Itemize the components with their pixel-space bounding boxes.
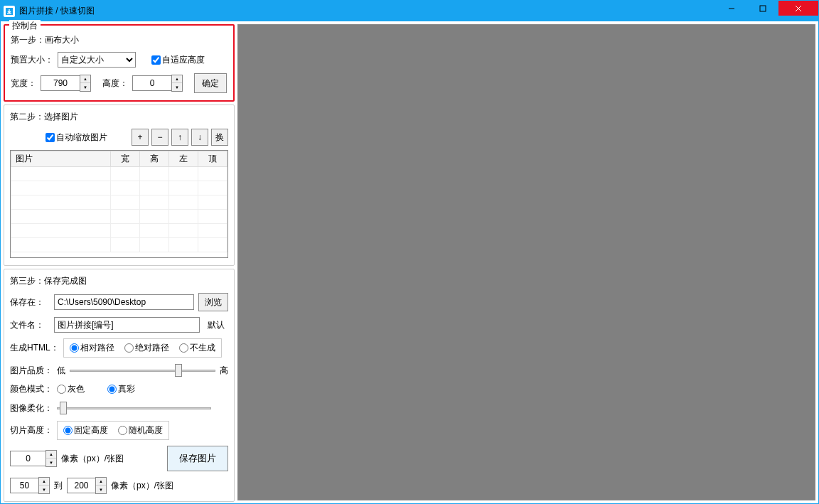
table-row: [11, 167, 228, 181]
fixed-up[interactable]: ▲: [46, 451, 56, 459]
remove-button[interactable]: −: [151, 129, 168, 146]
panel-title: 控制台: [9, 20, 41, 32]
default-label[interactable]: 默认: [204, 319, 228, 331]
titlebar: 图片拼接 / 快速切图: [1, 1, 818, 21]
adaptive-height-input[interactable]: [151, 55, 161, 65]
window-title: 图片拼接 / 快速切图: [19, 5, 95, 17]
filename-input[interactable]: [54, 317, 200, 333]
pixels-per-label: 像素（px）/张图: [61, 453, 124, 465]
maximize-button[interactable]: [747, 1, 778, 16]
close-button[interactable]: [778, 1, 818, 16]
save-image-button[interactable]: 保存图片: [167, 446, 228, 471]
height-input[interactable]: [132, 75, 171, 91]
move-down-button[interactable]: ↓: [191, 129, 208, 146]
radio-random-height[interactable]: 随机高度: [118, 424, 163, 436]
autoscale-checkbox[interactable]: 自动缩放图片: [46, 132, 107, 144]
control-panel: 控制台 第一步：画布大小 预置大小： 自定义大小 自适应高度 宽度：: [4, 24, 235, 102]
width-input[interactable]: [41, 75, 80, 91]
radio-none[interactable]: 不生成: [179, 342, 215, 354]
radio-truecolor[interactable]: 真彩: [107, 383, 135, 395]
width-up[interactable]: ▲: [80, 75, 90, 83]
width-label: 宽度：: [11, 77, 36, 90]
move-up-button[interactable]: ↑: [171, 129, 188, 146]
step1-label: 第一步：画布大小: [11, 34, 228, 46]
fixed-height-input[interactable]: [10, 451, 46, 466]
rand-to-input[interactable]: [67, 478, 95, 493]
height-down[interactable]: ▼: [172, 83, 182, 91]
quality-low: 低: [57, 365, 65, 377]
swap-button[interactable]: 换: [211, 129, 228, 146]
color-mode-label: 颜色模式：: [10, 383, 53, 395]
app-icon: [4, 6, 15, 17]
to-label: 到: [54, 480, 63, 492]
adaptive-height-checkbox[interactable]: 自适应高度: [151, 54, 205, 66]
col-width[interactable]: 宽: [111, 151, 140, 167]
col-image[interactable]: 图片: [11, 151, 111, 167]
table-row: [11, 195, 228, 210]
radio-gray[interactable]: 灰色: [57, 383, 85, 395]
add-button[interactable]: +: [132, 129, 149, 146]
autoscale-input[interactable]: [46, 133, 55, 142]
browse-button[interactable]: 浏览: [198, 293, 228, 311]
rand-from-up[interactable]: ▲: [39, 478, 49, 486]
height-label: 高度：: [102, 77, 128, 90]
rand-from-input[interactable]: [10, 478, 38, 493]
gen-html-radio-group: 相对路径 绝对路径 不生成: [63, 338, 222, 358]
step3-label: 第三步：保存完成图: [10, 275, 228, 287]
slice-radio-group: 固定高度 随机高度: [57, 421, 169, 440]
preset-size-select[interactable]: 自定义大小: [58, 52, 136, 68]
step2-label: 第二步：选择图片: [10, 111, 228, 123]
col-left[interactable]: 左: [169, 151, 198, 167]
radio-relative[interactable]: 相对路径: [70, 342, 114, 354]
slice-height-label: 切片高度：: [10, 424, 53, 436]
pixels-per-label-2: 像素（px）/张图: [111, 480, 173, 492]
step2-group: 第二步：选择图片 自动缩放图片 + − ↑ ↓ 换 图片: [4, 104, 235, 266]
table-row: [11, 210, 228, 224]
rand-to-down[interactable]: ▼: [96, 486, 106, 493]
col-height[interactable]: 高: [140, 151, 169, 167]
gen-html-label: 生成HTML：: [10, 342, 59, 354]
table-row: [11, 238, 228, 252]
fixed-down[interactable]: ▼: [46, 459, 56, 466]
radio-absolute[interactable]: 绝对路径: [124, 342, 169, 354]
svg-rect-3: [760, 6, 766, 11]
rand-from-down[interactable]: ▼: [39, 486, 49, 493]
soften-slider[interactable]: [57, 401, 211, 415]
quality-slider[interactable]: [70, 363, 215, 377]
soften-label: 图像柔化：: [10, 402, 53, 414]
rand-to-up[interactable]: ▲: [96, 478, 106, 486]
step3-group: 第三步：保存完成图 保存在： 浏览 文件名： 默认 生成HTML： 相对路径 绝…: [4, 269, 235, 502]
radio-fixed-height[interactable]: 固定高度: [63, 424, 108, 436]
preset-size-label: 预置大小：: [11, 54, 53, 66]
filename-label: 文件名：: [10, 319, 50, 331]
save-to-label: 保存在：: [10, 296, 50, 309]
confirm-button[interactable]: 确定: [194, 73, 227, 93]
table-row: [11, 181, 228, 195]
col-top[interactable]: 顶: [198, 151, 228, 167]
width-down[interactable]: ▼: [80, 83, 90, 91]
minimize-button[interactable]: [716, 1, 747, 16]
preview-area[interactable]: [237, 24, 815, 500]
save-path-input[interactable]: [54, 294, 194, 310]
quality-label: 图片品质：: [10, 365, 53, 377]
height-up[interactable]: ▲: [172, 75, 182, 83]
table-row: [11, 224, 228, 238]
image-table[interactable]: 图片 宽 高 左 顶: [11, 151, 228, 252]
quality-high: 高: [220, 365, 228, 377]
